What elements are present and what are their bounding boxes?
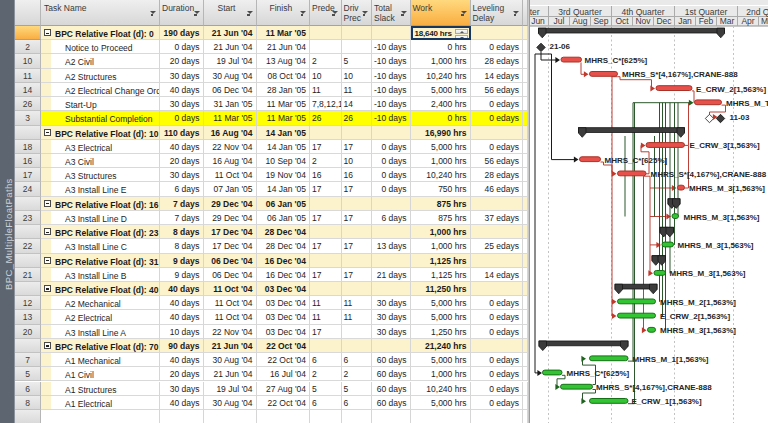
- svg-text:Oct: Oct: [615, 16, 629, 26]
- svg-text:Sep: Sep: [593, 16, 608, 26]
- svg-text:E_CRW_2[1,563%]: E_CRW_2[1,563%]: [660, 312, 730, 321]
- svg-text:MHRS_S*[4,167%],CRANE-888: MHRS_S*[4,167%],CRANE-888: [651, 170, 767, 179]
- svg-text:MHRS_S*[4,167%],CRANE-888: MHRS_S*[4,167%],CRANE-888: [596, 383, 712, 392]
- svg-text:Mar: Mar: [720, 16, 735, 26]
- svg-text:MHRS_S*[4,167%],CRANE-888: MHRS_S*[4,167%],CRANE-888: [622, 70, 738, 79]
- svg-text:MHRS_M_T: MHRS_M_T: [726, 99, 768, 108]
- svg-text:E_CRW_3[1,563%]: E_CRW_3[1,563%]: [690, 141, 760, 150]
- svg-text:Feb: Feb: [699, 16, 714, 26]
- svg-text:1st Quarter: 1st Quarter: [685, 7, 728, 17]
- svg-text:MHRS_M_3[1,563%]: MHRS_M_3[1,563%]: [670, 269, 746, 278]
- svg-text:Apr: Apr: [741, 16, 754, 26]
- svg-text:4th Quarter: 4th Quarter: [622, 7, 665, 17]
- svg-text:2nd Quarter: 2nd Quarter: [746, 7, 768, 17]
- svg-text:MHRS_M_3[1,563%]: MHRS_M_3[1,563%]: [684, 213, 760, 222]
- svg-text:May: May: [761, 16, 768, 26]
- svg-text:MHRS_M_2[1,563%]: MHRS_M_2[1,563%]: [660, 298, 736, 307]
- svg-text:Jan: Jan: [678, 16, 692, 26]
- svg-text:2nd Quarter: 2nd Quarter: [530, 7, 540, 17]
- svg-text:Dec: Dec: [656, 16, 672, 26]
- svg-text:Jul: Jul: [554, 16, 565, 26]
- svg-text:MHRS_M_3[1,563%]: MHRS_M_3[1,563%]: [689, 184, 765, 193]
- svg-text:MHRS_C*[625%]: MHRS_C*[625%]: [605, 156, 668, 165]
- svg-text:MHRS_C*[625%]: MHRS_C*[625%]: [585, 56, 648, 65]
- svg-text:11-03: 11-03: [730, 113, 751, 122]
- svg-text:Nov: Nov: [635, 16, 651, 26]
- svg-text:Jun: Jun: [531, 16, 545, 26]
- svg-text:Aug: Aug: [572, 16, 587, 26]
- svg-text:MHRS_M_3[1,563%]: MHRS_M_3[1,563%]: [660, 326, 736, 335]
- svg-text:MHRS_M_1[1,563%]: MHRS_M_1[1,563%]: [633, 355, 709, 364]
- svg-text:21-06: 21-06: [550, 42, 571, 51]
- svg-text:MHRS_C*[625%]: MHRS_C*[625%]: [567, 369, 630, 378]
- svg-text:3rd Quarter: 3rd Quarter: [558, 7, 602, 17]
- svg-text:E_CRW_2[1,563%]: E_CRW_2[1,563%]: [696, 85, 766, 94]
- svg-text:MHRS_M_3[1,563%]: MHRS_M_3[1,563%]: [678, 241, 754, 250]
- svg-text:E_CRW_1[1,563%]: E_CRW_1[1,563%]: [632, 397, 702, 406]
